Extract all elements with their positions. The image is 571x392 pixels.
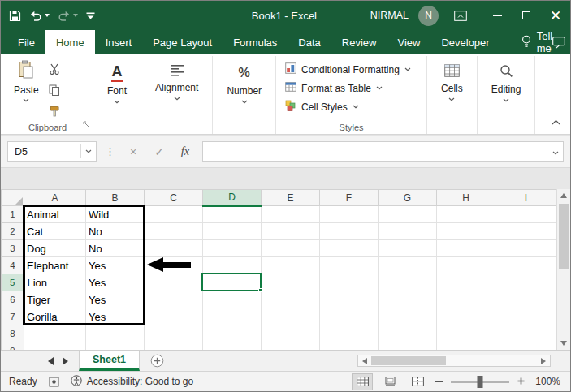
cell-I7[interactable] — [495, 308, 557, 325]
zoom-slider-thumb[interactable] — [478, 376, 483, 388]
column-header-H[interactable]: H — [437, 190, 495, 206]
cell-E6[interactable] — [262, 291, 320, 308]
cell-H5[interactable] — [437, 274, 495, 291]
conditional-formatting-button[interactable]: Conditional Formatting — [283, 61, 413, 78]
cell-H8[interactable] — [437, 325, 495, 342]
tab-file[interactable]: File — [7, 30, 45, 54]
cell-G7[interactable] — [379, 308, 437, 325]
cell-F3[interactable] — [320, 240, 379, 257]
cell-A4[interactable]: Elephant — [24, 257, 86, 274]
add-sheet-icon[interactable] — [145, 351, 169, 371]
select-all-button[interactable] — [2, 190, 24, 206]
column-header-B[interactable]: B — [86, 190, 145, 206]
scroll-left-icon[interactable] — [358, 355, 371, 366]
cell-E1[interactable] — [262, 206, 320, 223]
page-break-view-icon[interactable] — [408, 374, 427, 390]
save-icon[interactable] — [9, 10, 21, 22]
cell-B8[interactable] — [86, 325, 145, 342]
cell-A9[interactable] — [24, 342, 86, 351]
row-header-7[interactable]: 7 — [2, 308, 24, 325]
zoom-out-icon[interactable] — [435, 381, 443, 382]
minimize-button[interactable] — [482, 1, 512, 30]
collapse-ribbon-icon[interactable] — [552, 114, 560, 128]
cell-E2[interactable] — [262, 223, 320, 240]
cell-D9[interactable] — [203, 342, 262, 351]
comment-icon[interactable] — [552, 30, 565, 54]
cut-icon[interactable] — [49, 63, 60, 78]
tab-insert[interactable]: Insert — [95, 30, 143, 54]
cell-F9[interactable] — [320, 342, 379, 351]
tab-data[interactable]: Data — [288, 30, 331, 54]
format-as-table-button[interactable]: Format as Table — [283, 80, 385, 97]
column-header-E[interactable]: E — [262, 190, 320, 206]
scroll-right-icon[interactable] — [537, 355, 550, 366]
cell-G6[interactable] — [379, 291, 437, 308]
cell-I5[interactable] — [495, 274, 557, 291]
formula-input[interactable] — [202, 141, 564, 162]
row-header-2[interactable]: 2 — [2, 223, 24, 240]
cell-G4[interactable] — [379, 257, 437, 274]
paste-button[interactable]: Paste — [6, 58, 46, 102]
cell-H2[interactable] — [437, 223, 495, 240]
cell-C2[interactable] — [145, 223, 203, 240]
cell-A6[interactable]: Tiger — [24, 291, 86, 308]
cell-G1[interactable] — [379, 206, 437, 223]
cell-E3[interactable] — [262, 240, 320, 257]
cells-group-button[interactable]: Cells — [431, 58, 473, 101]
cell-G2[interactable] — [379, 223, 437, 240]
copy-icon[interactable] — [49, 84, 60, 99]
macro-record-icon[interactable] — [49, 377, 59, 387]
cell-B4[interactable]: Yes — [86, 257, 145, 274]
format-painter-icon[interactable] — [49, 106, 60, 120]
vertical-scrollbar-thumb[interactable] — [559, 204, 569, 269]
cell-B2[interactable]: No — [86, 223, 145, 240]
cell-I9[interactable] — [495, 342, 557, 351]
undo-dropdown-icon[interactable] — [45, 14, 50, 17]
cell-B5[interactable]: Yes — [86, 274, 145, 291]
cell-D2[interactable] — [203, 223, 262, 240]
redo-dropdown-icon[interactable] — [73, 14, 78, 17]
tab-developer[interactable]: Developer — [430, 30, 500, 54]
cell-F2[interactable] — [320, 223, 379, 240]
accessibility-status[interactable]: Accessibility: Good to go — [71, 375, 193, 389]
cell-H6[interactable] — [437, 291, 495, 308]
cell-B9[interactable] — [86, 342, 145, 351]
row-header-4[interactable]: 4 — [2, 257, 24, 274]
user-name[interactable]: NIRMAL — [370, 10, 409, 21]
cell-D1[interactable] — [203, 206, 262, 223]
cell-A3[interactable]: Dog — [24, 240, 86, 257]
alignment-group-button[interactable]: Alignment — [145, 58, 208, 101]
ribbon-display-options-icon[interactable] — [448, 1, 473, 30]
tab-review[interactable]: Review — [331, 30, 387, 54]
formula-bar-expand-icon[interactable] — [552, 146, 559, 157]
tab-page-layout[interactable]: Page Layout — [142, 30, 223, 54]
cell-C5[interactable] — [145, 274, 203, 291]
fill-handle[interactable] — [258, 288, 262, 292]
cell-E4[interactable] — [262, 257, 320, 274]
cell-G8[interactable] — [379, 325, 437, 342]
cell-styles-button[interactable]: Cell Styles — [283, 98, 361, 115]
row-header-3[interactable]: 3 — [2, 240, 24, 257]
cell-H1[interactable] — [437, 206, 495, 223]
cell-F7[interactable] — [320, 308, 379, 325]
cell-D3[interactable] — [203, 240, 262, 257]
column-header-G[interactable]: G — [379, 190, 437, 206]
font-group-button[interactable]: A Font — [97, 58, 136, 104]
column-header-D[interactable]: D — [203, 190, 262, 206]
cell-D8[interactable] — [203, 325, 262, 342]
tab-view[interactable]: View — [387, 30, 430, 54]
cell-E8[interactable] — [262, 325, 320, 342]
cell-B3[interactable]: No — [86, 240, 145, 257]
cell-I8[interactable] — [495, 325, 557, 342]
cell-H3[interactable] — [437, 240, 495, 257]
column-header-F[interactable]: F — [320, 190, 379, 206]
cell-I2[interactable] — [495, 223, 557, 240]
cell-C1[interactable] — [145, 206, 203, 223]
horizontal-scrollbar[interactable] — [357, 355, 551, 367]
horizontal-scrollbar-thumb[interactable] — [371, 356, 446, 365]
cell-F5[interactable] — [320, 274, 379, 291]
cell-D7[interactable] — [203, 308, 262, 325]
cell-I6[interactable] — [495, 291, 557, 308]
cell-A5[interactable]: Lion — [24, 274, 86, 291]
cell-B6[interactable]: Yes — [86, 291, 145, 308]
